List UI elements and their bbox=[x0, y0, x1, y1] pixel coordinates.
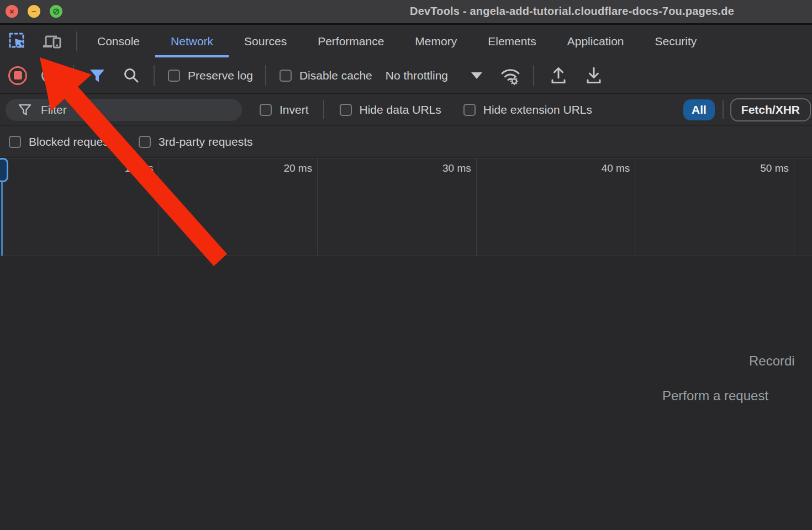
checkbox-icon bbox=[340, 104, 352, 116]
record-stop-icon bbox=[14, 71, 22, 80]
tab-console[interactable]: Console bbox=[97, 25, 140, 57]
filter-toggle-button[interactable] bbox=[86, 67, 108, 84]
timeline-tick-label: 50 ms bbox=[760, 162, 789, 174]
network-filter-row-2: Blocked requests 3rd-party requests bbox=[0, 126, 812, 158]
preserve-log-label: Preserve log bbox=[188, 69, 253, 82]
import-har-button[interactable] bbox=[546, 66, 571, 86]
disable-cache-label: Disable cache bbox=[299, 69, 372, 82]
close-window-button[interactable]: × bbox=[6, 5, 18, 18]
minimize-window-button[interactable]: − bbox=[28, 5, 40, 18]
tab-security[interactable]: Security bbox=[655, 25, 697, 57]
timeline-column: 10 ms bbox=[0, 158, 159, 256]
devtools-window: × − ⊘ DevTools - angela-add-tutorial.clo… bbox=[0, 0, 812, 530]
toolbar-divider bbox=[533, 65, 534, 86]
filter-divider bbox=[323, 100, 324, 119]
checkbox-icon bbox=[9, 136, 21, 148]
inspect-element-button[interactable] bbox=[6, 30, 30, 52]
search-button[interactable] bbox=[120, 66, 143, 85]
toolbar-divider bbox=[265, 65, 266, 86]
network-requests-empty-area: Recordi Perform a request bbox=[0, 256, 812, 530]
hide-extension-urls-checkbox[interactable]: Hide extension URLs bbox=[463, 103, 592, 116]
tab-elements[interactable]: Elements bbox=[488, 25, 536, 57]
timeline-tick-label: 30 ms bbox=[442, 162, 471, 174]
wifi-gear-icon bbox=[499, 66, 522, 86]
network-conditions-button[interactable] bbox=[498, 66, 523, 86]
titlebar: × − ⊘ DevTools - angela-add-tutorial.clo… bbox=[0, 0, 812, 23]
download-icon bbox=[584, 66, 603, 86]
tabbar-divider bbox=[76, 31, 77, 51]
network-toolbar: Preserve log Disable cache No throttling bbox=[0, 57, 812, 94]
devtools-tabbar: Console Network Sources Performance Memo… bbox=[0, 25, 812, 57]
checkbox-icon bbox=[463, 104, 476, 116]
hide-data-urls-label: Hide data URLs bbox=[360, 103, 441, 116]
timeline-column: 50 ms bbox=[635, 158, 794, 256]
tab-sources[interactable]: Sources bbox=[244, 25, 287, 57]
checkbox-icon bbox=[168, 70, 180, 82]
timeline-tick-label: 40 ms bbox=[602, 162, 630, 174]
filter-funnel-icon bbox=[88, 67, 107, 84]
overview-left-resize-handle[interactable] bbox=[0, 158, 8, 182]
invert-label: Invert bbox=[280, 103, 309, 116]
traffic-lights: × − ⊘ bbox=[6, 5, 62, 18]
third-party-requests-checkbox[interactable]: 3rd-party requests bbox=[139, 135, 252, 149]
upload-icon bbox=[549, 66, 568, 86]
blocked-requests-label: Blocked requests bbox=[29, 135, 118, 149]
chevron-down-icon bbox=[471, 72, 482, 79]
tab-application[interactable]: Application bbox=[567, 25, 624, 57]
timeline-column: 30 ms bbox=[318, 158, 477, 256]
toolbar-divider bbox=[73, 65, 74, 86]
toggle-device-toolbar-button[interactable] bbox=[40, 30, 64, 52]
export-har-button[interactable] bbox=[582, 66, 606, 86]
blocked-requests-checkbox[interactable]: Blocked requests bbox=[9, 135, 118, 149]
throttling-value: No throttling bbox=[386, 69, 448, 82]
third-party-requests-label: 3rd-party requests bbox=[159, 135, 252, 149]
preserve-log-checkbox[interactable]: Preserve log bbox=[168, 69, 253, 82]
invert-checkbox[interactable]: Invert bbox=[260, 103, 309, 116]
timeline-column: 40 ms bbox=[477, 158, 636, 256]
throttling-dropdown[interactable]: No throttling bbox=[386, 69, 482, 82]
network-overview-timeline[interactable]: 10 ms 20 ms 30 ms 40 ms 50 ms bbox=[0, 158, 812, 256]
hide-extension-urls-label: Hide extension URLs bbox=[483, 103, 592, 116]
timeline-tick-label: 10 ms bbox=[125, 162, 154, 174]
fullscreen-window-button[interactable]: ⊘ bbox=[50, 5, 62, 18]
window-title: DevTools - angela-add-tutorial.cloudflar… bbox=[410, 5, 734, 18]
empty-state-perform-request-text: Perform a request bbox=[662, 388, 768, 404]
checkbox-icon bbox=[260, 104, 272, 116]
checkbox-icon bbox=[280, 70, 292, 82]
timeline-tick-label: 20 ms bbox=[283, 162, 312, 174]
checkbox-icon bbox=[139, 136, 151, 148]
device-toolbar-icon bbox=[41, 32, 62, 51]
toolbar-divider bbox=[154, 65, 155, 86]
filter-input[interactable] bbox=[41, 103, 223, 116]
tab-network[interactable]: Network bbox=[171, 25, 213, 57]
record-stop-button[interactable] bbox=[8, 66, 27, 85]
filter-chip-all[interactable]: All bbox=[683, 99, 715, 120]
timeline-column: 20 ms bbox=[159, 158, 318, 256]
filter-funnel-outline-icon bbox=[18, 103, 32, 117]
disable-cache-checkbox[interactable]: Disable cache bbox=[280, 69, 372, 82]
inspect-cursor-icon bbox=[8, 31, 28, 51]
tab-memory[interactable]: Memory bbox=[415, 25, 457, 57]
tab-performance[interactable]: Performance bbox=[318, 25, 384, 57]
search-icon bbox=[122, 66, 141, 85]
filter-chip-fetch-xhr[interactable]: Fetch/XHR bbox=[730, 98, 811, 121]
filter-divider bbox=[723, 100, 724, 119]
filter-input-container[interactable] bbox=[6, 99, 242, 121]
empty-state-recording-text: Recordi bbox=[749, 353, 795, 369]
clear-network-log-button[interactable] bbox=[41, 68, 56, 83]
network-filter-row: Invert Hide data URLs Hide extension URL… bbox=[0, 94, 812, 126]
hide-data-urls-checkbox[interactable]: Hide data URLs bbox=[340, 103, 441, 116]
devtools-tabs: Console Network Sources Performance Memo… bbox=[97, 25, 697, 57]
